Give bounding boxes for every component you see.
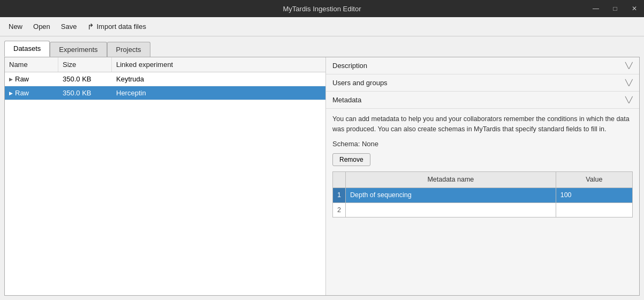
right-content[interactable]: Description ╲╱ Users and groups ╲╱ Metad… bbox=[326, 57, 639, 295]
import-menu-item[interactable]: ↱ Import data files bbox=[83, 20, 150, 34]
metadata-body: You can add metadata to help you and you… bbox=[326, 109, 639, 295]
col-num-header bbox=[333, 172, 346, 188]
row-1-name: ▶ Raw bbox=[5, 86, 58, 100]
col-header-linked: Linked experiment bbox=[112, 57, 325, 72]
metadata-section-header[interactable]: Metadata ╲╱ bbox=[326, 92, 639, 109]
metadata-row-1-num: 1 bbox=[333, 188, 346, 202]
arrow-icon-0: ▶ bbox=[9, 77, 13, 82]
table-header: Name Size Linked experiment bbox=[5, 57, 325, 72]
save-menu-item[interactable]: Save bbox=[57, 20, 81, 33]
row-0-name: ▶ Raw bbox=[5, 72, 58, 86]
metadata-label: Metadata bbox=[332, 96, 361, 104]
content-area: Name Size Linked experiment ▶ Raw 350.0 … bbox=[4, 57, 640, 296]
metadata-row-2-name[interactable] bbox=[346, 202, 556, 218]
row-0-linked: Keytruda bbox=[112, 72, 325, 86]
maximize-button[interactable]: □ bbox=[605, 0, 625, 17]
metadata-description: You can add metadata to help you and you… bbox=[332, 114, 633, 134]
metadata-row-1-value[interactable]: 100 bbox=[556, 188, 632, 202]
users-groups-collapse-icon: ╲╱ bbox=[625, 79, 633, 86]
metadata-row-2-num: 2 bbox=[333, 202, 346, 218]
metadata-section: Metadata ╲╱ You can add metadata to help… bbox=[326, 92, 639, 295]
tab-datasets[interactable]: Datasets bbox=[4, 41, 50, 57]
new-label: New bbox=[9, 22, 22, 31]
tab-projects[interactable]: Projects bbox=[107, 42, 150, 57]
menu-bar: New Open Save ↱ Import data files bbox=[0, 17, 644, 36]
row-0-size: 350.0 KB bbox=[58, 72, 112, 86]
row-1-size: 350.0 KB bbox=[58, 86, 112, 100]
right-panel: Description ╲╱ Users and groups ╲╱ Metad… bbox=[326, 57, 639, 295]
users-groups-section[interactable]: Users and groups ╲╱ bbox=[326, 74, 639, 92]
open-label: Open bbox=[33, 22, 50, 31]
left-panel: Name Size Linked experiment ▶ Raw 350.0 … bbox=[5, 57, 326, 295]
metadata-table: Metadata name Value 1 Depth of sequencin… bbox=[332, 171, 633, 218]
remove-button[interactable]: Remove bbox=[332, 153, 370, 166]
import-icon: ↱ bbox=[87, 22, 94, 32]
row-1-linked: Herceptin bbox=[112, 86, 325, 100]
window-title: MyTardis Ingestion Editor bbox=[283, 5, 361, 13]
arrow-icon-1: ▶ bbox=[9, 91, 13, 96]
metadata-row-2-value[interactable] bbox=[556, 202, 632, 218]
col-header-size: Size bbox=[58, 57, 112, 72]
col-header-name: Name bbox=[5, 57, 58, 72]
col-metadata-name-header: Metadata name bbox=[346, 172, 556, 188]
description-collapse-icon: ╲╱ bbox=[625, 62, 633, 69]
save-label: Save bbox=[61, 22, 77, 31]
window-controls: — □ ✕ bbox=[586, 0, 644, 17]
import-label: Import data files bbox=[96, 22, 146, 31]
right-scroll-wrapper: Description ╲╱ Users and groups ╲╱ Metad… bbox=[326, 57, 639, 295]
metadata-row-1-name[interactable]: Depth of sequencing bbox=[346, 188, 556, 202]
table-row[interactable]: ▶ Raw 350.0 KB Keytruda bbox=[5, 72, 325, 86]
new-menu-item[interactable]: New bbox=[4, 20, 27, 33]
description-section[interactable]: Description ╲╱ bbox=[326, 57, 639, 74]
metadata-row-1[interactable]: 1 Depth of sequencing 100 bbox=[333, 188, 633, 202]
metadata-row-2[interactable]: 2 bbox=[333, 202, 633, 218]
open-menu-item[interactable]: Open bbox=[29, 20, 55, 33]
metadata-collapse-icon: ╲╱ bbox=[625, 96, 633, 103]
close-button[interactable]: ✕ bbox=[625, 0, 644, 17]
schema-line: Schema: None bbox=[332, 139, 633, 149]
col-value-header: Value bbox=[556, 172, 632, 188]
minimize-button[interactable]: — bbox=[586, 0, 605, 17]
main-container: Datasets Experiments Projects Name Size … bbox=[0, 36, 644, 300]
tab-experiments[interactable]: Experiments bbox=[50, 42, 107, 57]
tabs-bar: Datasets Experiments Projects bbox=[4, 41, 640, 57]
description-label: Description bbox=[332, 62, 367, 70]
users-groups-label: Users and groups bbox=[332, 79, 388, 87]
title-bar: MyTardis Ingestion Editor — □ ✕ bbox=[0, 0, 644, 17]
table-row[interactable]: ▶ Raw 350.0 KB Herceptin bbox=[5, 86, 325, 100]
table-body: ▶ Raw 350.0 KB Keytruda ▶ Raw 350.0 KB H… bbox=[5, 72, 325, 295]
